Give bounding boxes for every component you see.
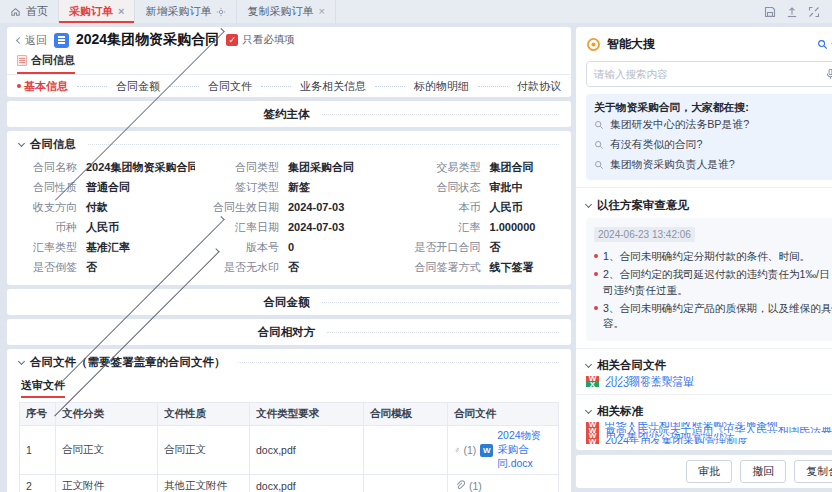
word-file-icon: W — [480, 444, 493, 457]
back-label: 返回 — [25, 33, 47, 48]
hot-search-item[interactable]: 集团物资采购负责人是谁? — [594, 155, 832, 175]
step-contract-amount[interactable]: 合同金额 — [116, 79, 160, 94]
field-value: 付款 — [86, 200, 108, 215]
step-basic-info[interactable]: 基本信息 — [17, 79, 68, 94]
tab-purchase-order[interactable]: 采购订单 × — [59, 0, 135, 23]
field-label: 是否倒签 — [11, 260, 77, 275]
section-title: 签约主体 — [264, 107, 310, 122]
search-icon — [594, 120, 604, 130]
dotted-leader — [88, 144, 559, 145]
section-contract-files: 合同文件（需要签署盖章的合同文件） 送审文件 序号 文件分类 文件性质 文件类型… — [7, 349, 571, 492]
back-button[interactable]: 返回 — [17, 33, 47, 48]
section-header[interactable]: 签约主体 — [7, 101, 571, 127]
section-review-opinions-header[interactable]: 以往方案审查意见 — [586, 195, 832, 215]
divider — [576, 187, 832, 188]
back-chevron-icon — [16, 36, 23, 43]
cell-template — [364, 426, 448, 475]
contract-files-table: 序号 文件分类 文件性质 文件类型要求 合同模板 合同文件 1 合同正文 合同正 — [19, 402, 559, 492]
required-only-checkbox[interactable]: ✓ 只看必填项 — [226, 33, 295, 47]
tab-home[interactable]: 首页 — [0, 0, 59, 23]
step-separator — [478, 86, 508, 87]
related-file-item[interactable]: X 2023物资需求清单 — [586, 381, 832, 387]
checkbox-label: 只看必填项 — [242, 33, 295, 47]
ai-search-icon — [817, 39, 828, 50]
top-tab-bar: 首页 采购订单 × 新增采购订单 复制采购订单 × — [0, 0, 832, 23]
search-input[interactable] — [594, 68, 819, 80]
bullet-icon — [594, 254, 598, 258]
section-related-files-header[interactable]: 相关合同文件 — [586, 356, 832, 376]
step-business-info[interactable]: 业务相关信息 — [300, 79, 366, 94]
step-subject-detail[interactable]: 标的物明细 — [414, 79, 469, 94]
table-header-cell: 文件性质 — [158, 403, 250, 426]
section-title: 合同信息 — [30, 137, 76, 152]
word-file-icon: W — [586, 438, 599, 444]
section-header[interactable]: 合同金额 — [7, 289, 571, 315]
section-title: 合同相对方 — [258, 325, 316, 340]
field-value: 否 — [490, 240, 501, 255]
required-dot-icon — [17, 84, 21, 88]
close-icon[interactable]: × — [118, 6, 124, 17]
step-contract-files[interactable]: 合同文件 — [208, 79, 252, 94]
hot-search-label: 有没有类似的合同? — [610, 138, 702, 152]
cell-no: 1 — [20, 426, 56, 475]
app-window: 首页 采购订单 × 新增采购订单 复制采购订单 × — [0, 0, 832, 492]
mic-icon[interactable] — [825, 68, 832, 80]
cell-nature: 合同正文 — [158, 426, 250, 475]
approve-button[interactable]: 审批 — [686, 460, 732, 483]
step-separator — [375, 86, 405, 87]
field-value: 审批中 — [490, 180, 523, 195]
tab-label: 采购订单 — [69, 4, 113, 19]
expand-icon[interactable] — [808, 6, 820, 18]
cell-no: 2 — [20, 475, 56, 492]
excel-file-icon: X — [586, 381, 599, 387]
contract-doc-icon — [54, 33, 69, 48]
table-header-cell: 文件分类 — [56, 403, 158, 426]
file-link[interactable]: 2024物资采购合同.docx — [497, 429, 552, 471]
table-row: 2 正文附件 其他正文附件 docx,pdf (1) — [20, 475, 559, 492]
field-value: 线下签署 — [490, 260, 534, 275]
close-icon[interactable]: × — [318, 6, 324, 17]
hot-search-item[interactable]: 有没有类似的合同? — [594, 135, 832, 155]
withdraw-button[interactable]: 撤回 — [740, 460, 786, 483]
save-icon[interactable] — [764, 6, 776, 18]
divider — [576, 394, 832, 395]
personalize-button[interactable]: 个性化 — [817, 37, 832, 51]
section-header[interactable]: 合同信息 — [7, 131, 571, 157]
hot-search-item[interactable]: 集团研发中心的法务BP是谁? — [594, 115, 832, 135]
checkbox-checked-icon: ✓ — [226, 34, 238, 46]
hot-search-label: 集团研发中心的法务BP是谁? — [610, 118, 749, 132]
tab-new-purchase-order[interactable]: 新增采购订单 — [135, 0, 237, 23]
paperclip-icon — [454, 480, 465, 491]
cell-category: 正文附件 — [56, 475, 158, 492]
dotted-leader — [322, 302, 560, 303]
tab-contract-info[interactable]: 合同信息 — [17, 53, 75, 74]
field-value: 新签 — [288, 180, 310, 195]
section-standards-header[interactable]: 相关标准 — [586, 402, 832, 422]
step-separator — [169, 86, 199, 87]
tab-copy-purchase-order[interactable]: 复制采购订单 × — [237, 0, 335, 23]
chevron-down-icon — [18, 139, 25, 146]
standard-item[interactable]: W 2024年用友集团采购管理制度 — [586, 438, 832, 444]
field-label: 版本号 — [195, 240, 279, 255]
field-label: 汇率 — [397, 220, 481, 235]
cell-filetype: docx,pdf — [250, 426, 364, 475]
table-row: 1 合同正文 合同正文 docx,pdf (1) W 2024物资采购合同. — [20, 426, 559, 475]
chevron-down-icon — [585, 361, 592, 368]
upload-icon[interactable] — [786, 6, 798, 18]
paperclip-icon — [454, 445, 459, 456]
field-label: 交易类型 — [397, 160, 481, 175]
review-item: 2、合同约定的我司延迟付款的违约责任为1‰/日，我司违约责任过重。 — [594, 267, 832, 298]
detail-header-card: 返回 2024集团物资采购合同 ✓ 只看必填项 合同信息 — [7, 27, 571, 97]
section-header[interactable]: 合同相对方 — [7, 319, 571, 345]
chevron-down-icon — [585, 200, 592, 207]
step-separator — [261, 86, 291, 87]
search-icon — [594, 160, 604, 170]
step-payment-agreement[interactable]: 付款协议 — [517, 79, 561, 94]
field-label: 本币 — [397, 200, 481, 215]
section-title: 合同文件（需要签署盖章的合同文件） — [30, 355, 226, 370]
section-title: 相关标准 — [597, 404, 643, 419]
field-value: 2024-07-03 — [288, 221, 344, 233]
copy-contract-button[interactable]: 复制合同 — [794, 460, 832, 483]
table-header-row: 序号 文件分类 文件性质 文件类型要求 合同模板 合同文件 — [20, 403, 559, 426]
dotted-leader — [322, 114, 560, 115]
